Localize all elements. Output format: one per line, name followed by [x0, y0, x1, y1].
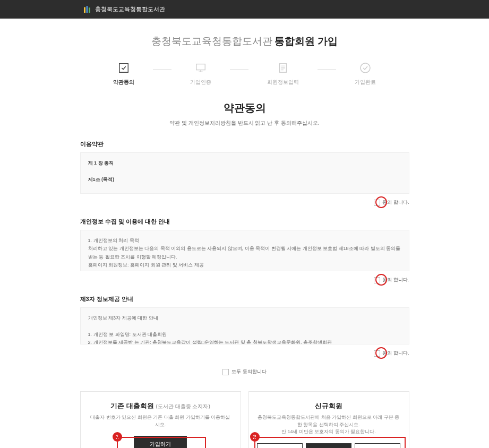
under14-button[interactable]: 14세 미만 [257, 443, 303, 449]
step-verify: 가입인증 [190, 62, 211, 86]
terms-text-box[interactable]: 개인정보 제3자 제공에 대한 안내 1. 개인정 보 파일명: 도서관 대출회… [80, 307, 409, 344]
terms-block-privacy: 개인정보 수집 및 이용에 대한 안내 1. 개인정보의 처리 목적 처리하고 … [80, 218, 409, 283]
terms-block-usage: 이용약관 제 1 장 총칙 제1조 (목적) 이 약관은 충북통합도서관(이하 … [80, 140, 409, 206]
logo-icon [82, 5, 92, 14]
card-desc: 충청북도교육청통합도서관에 처음 가입하신 회원으로 아래 구분 중 한 항목을… [257, 414, 401, 436]
agree-label: 동의 합니다. [382, 350, 409, 357]
agree-row: 동의 합니다. [80, 199, 409, 206]
agree-label: 동의 합니다. [382, 199, 409, 206]
global-header: 충청북도교육청통합도서관 [0, 0, 489, 19]
new-member-card: 신규회원 충청북도교육청통합도서관에 처음 가입하신 회원으로 아래 구분 중 … [248, 391, 409, 448]
card-title: 신규회원 [257, 401, 401, 411]
page-title: 충청북도교육청통합도서관 통합회원 가입 [0, 35, 489, 48]
site-logo[interactable]: 충청북도교육청통합도서관 [82, 5, 165, 14]
agree-checkbox[interactable] [374, 277, 380, 283]
step-info: 회원정보입력 [267, 62, 299, 86]
step-divider [153, 69, 171, 70]
page-title-main: 통합회원 가입 [274, 36, 338, 47]
step-label: 가입완료 [355, 79, 376, 86]
card-desc: 대출자 번호가 있으신 회원은 기존 대출 회원 가입하기를 이용하십시오. [89, 414, 233, 428]
step-done: 가입완료 [355, 62, 376, 86]
signup-steps: 약관동의 가입인증 회원정보입력 가입완료 [0, 62, 489, 86]
terms-heading: 제3자 정보제공 안내 [80, 295, 409, 303]
over14-button[interactable]: 14세 이상 [306, 443, 351, 449]
terms-heading: 이용약관 [80, 140, 409, 148]
step-label: 회원정보입력 [267, 79, 299, 86]
card-desc-line: 충청북도교육청통합도서관에 처음 가입하신 회원으로 아래 구분 중 한 항목을… [258, 415, 399, 427]
agree-all-row: 모두 동의합니다 [80, 368, 409, 375]
svg-rect-3 [119, 64, 128, 73]
agree-checkbox[interactable] [374, 350, 380, 357]
svg-rect-0 [84, 7, 85, 13]
terms-heading: 개인정보 수집 및 이용에 대한 안내 [80, 218, 409, 226]
svg-rect-2 [89, 7, 90, 13]
svg-point-6 [361, 63, 370, 73]
agree-label: 동의 합니다. [382, 277, 409, 283]
card-title: 기존 대출회원 (도서관 대출증 소지자) [89, 401, 233, 411]
agree-row: 동의 합니다. [80, 277, 409, 283]
agree-row: 동의 합니다. [80, 350, 409, 357]
section-subtitle: 약관 및 개인정보처리방침을 반드시 읽고 난 후 동의해주십시오. [0, 119, 489, 127]
terms-line: 도서관 대출 회원정보: 도서관 대출 회원 관리 및 서비스 제공 [88, 269, 401, 271]
terms-line: 개인정보 제3자 제공에 대한 안내 [88, 314, 401, 322]
terms-text-box[interactable]: 1. 개인정보의 처리 목적 처리하고 있는 개인정보는 다음의 목적 이외의 … [80, 230, 409, 271]
step-label: 가입인증 [190, 79, 211, 86]
card-buttons: 14세 미만 14세 이상 외국인 [257, 443, 401, 449]
card-title-text: 기존 대출회원 [110, 402, 154, 410]
step-terms: 약관동의 [113, 62, 134, 86]
site-name: 충청북도교육청통합도서관 [95, 5, 165, 13]
card-title-sub: (도서관 대출증 소지자) [156, 403, 210, 409]
annotation-badge: 1 [113, 432, 122, 442]
terms-line: 처리하고 있는 개인정보는 다음의 목적 이외의 용도로는 사용되지 않으며, … [88, 245, 401, 261]
agree-checkbox[interactable] [374, 200, 380, 206]
existing-member-card: 기존 대출회원 (도서관 대출증 소지자) 대출자 번호가 있으신 회원은 기존… [80, 391, 241, 448]
step-label: 약관동의 [113, 79, 134, 86]
terms-block-thirdparty: 제3자 정보제공 안내 개인정보 제3자 제공에 대한 안내 1. 개인정 보 … [80, 295, 409, 357]
card-buttons: 가입하기 [89, 436, 233, 448]
monitor-icon [193, 62, 208, 74]
section-title: 약관동의 [0, 101, 489, 115]
check-circle-icon [358, 62, 373, 74]
svg-rect-4 [196, 64, 205, 70]
member-type-cards: 기존 대출회원 (도서관 대출증 소지자) 대출자 번호가 있으신 회원은 기존… [80, 391, 409, 448]
step-divider [318, 69, 336, 70]
terms-line: 2. 개인정보를 제공받 는 기관: 충청북도교육감이 설립□운영하는 도서관 … [88, 339, 401, 344]
document-icon [276, 62, 290, 74]
agree-all-checkbox[interactable] [222, 369, 229, 375]
check-square-icon [116, 62, 131, 74]
terms-line: 1. 개인정 보 파일명: 도서관 대출회원 [88, 331, 401, 339]
annotation-badge: 2 [250, 432, 260, 442]
page-title-prefix: 충청북도교육청통합도서관 [151, 36, 272, 47]
svg-rect-1 [87, 6, 88, 13]
main-content: 이용약관 제 1 장 총칙 제1조 (목적) 이 약관은 충북통합도서관(이하 … [80, 140, 409, 448]
card-desc-line: 만 14세 미만은 보호자의 동의가 필요합니다. [281, 429, 376, 434]
agree-all-label: 모두 동의합니다 [231, 368, 267, 375]
step-divider [230, 69, 248, 70]
signup-existing-button[interactable]: 가입하기 [134, 436, 187, 448]
terms-line: 이 약관은 충북통합도서관(이하 "충북통합도서관"라 한다)가 무료로 제공하… [88, 192, 401, 194]
terms-line: 홈페이지 회원정보: 홈페이지 회원 관리 및 서비스 제공 [88, 261, 401, 269]
terms-line: 제1조 (목적) [88, 176, 401, 184]
foreigner-button[interactable]: 외국인 [355, 443, 400, 449]
terms-line: 제 1 장 총칙 [88, 159, 401, 167]
terms-text-box[interactable]: 제 1 장 총칙 제1조 (목적) 이 약관은 충북통합도서관(이하 "충북통합… [80, 152, 409, 194]
terms-line: 1. 개인정보의 처리 목적 [88, 237, 401, 245]
